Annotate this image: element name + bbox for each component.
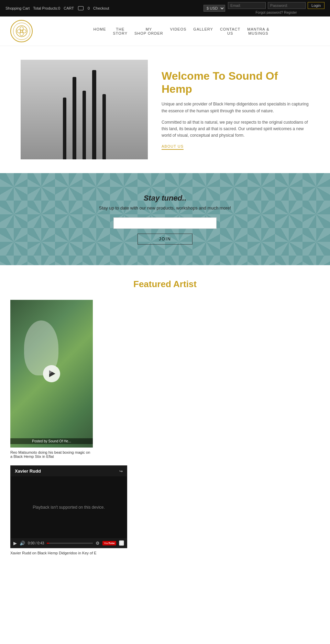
video2-body-text: Playback isn't supported on this device. [33,505,105,510]
video2-player: Xavier Rudd ↪ Playback isn't supported o… [10,465,127,548]
join-button[interactable]: JOIN [138,234,192,245]
nav-videos[interactable]: VIDEOS [170,27,187,35]
nav-gallery-link[interactable]: GALLERY [193,27,213,31]
video1-container: Posted by Sound Of He... Reo Matsumoto d… [10,300,320,459]
nav-the-story[interactable]: THESTORY [113,27,128,35]
hero-section: Welcome To Sound Of Hemp Unique and sole… [0,46,330,173]
stay-tuned-heading: Stay tuned.. [7,194,323,203]
stick-1 [63,98,66,159]
svg-point-5 [21,30,23,32]
cart-count: 0 [88,6,90,10]
nav-mantra-link[interactable]: MANTRA &MUSINGS [247,27,269,35]
svg-point-4 [23,30,26,33]
video2-progress-bar[interactable] [47,543,93,544]
nav-gallery[interactable]: GALLERY [193,27,213,35]
video2-container: Xavier Rudd ↪ Playback isn't supported o… [10,465,320,555]
currency-select[interactable]: $ USD [204,5,225,12]
checkout-link[interactable]: Checkout [93,6,109,10]
stick-2 [73,77,76,159]
hero-content: Welcome To Sound Of Hemp Unique and sole… [162,69,309,150]
cart-icon [78,6,84,10]
video2-settings-button[interactable]: ⚙ [96,541,100,546]
hero-paragraph1: Unique and sole provider of Black Hemp d… [162,101,309,114]
nav-container: HOME THESTORY MYSHOP ORDER VIDEOS GALLER… [0,16,330,46]
password-field[interactable] [268,2,306,9]
video2-volume-button[interactable]: 🔊 [20,541,25,546]
nav-mantra[interactable]: MANTRA &MUSINGS [247,27,269,35]
video2-fullscreen-button[interactable]: ⛶ [119,540,124,546]
nav-home-link[interactable]: HOME [94,27,106,31]
login-button[interactable]: Login [308,2,324,9]
nav-contact-us[interactable]: CONTACTUS [220,27,240,35]
svg-point-1 [20,27,23,30]
video2-header: Xavier Rudd ↪ [11,466,127,476]
video2-title: Xavier Rudd [15,468,41,474]
nav-my-shop-link[interactable]: MYSHOP ORDER [134,27,163,35]
video2-time: 0:00 / 0:43 [28,541,44,545]
logo[interactable] [10,20,33,42]
nav-my-shop[interactable]: MYSHOP ORDER [134,27,163,35]
svg-point-3 [17,30,21,33]
video1-label: Posted by Sound Of He... [10,438,93,444]
hero-paragraph2: Committed to all that is natural, we pay… [162,119,309,139]
auth-area: Login Forgot password? Register [228,2,324,14]
youtube-logo: YouTube [102,541,116,545]
stick-5 [102,94,106,159]
top-bar-left: Shopping Cart Total Products:0 CART 0 Ch… [6,6,109,10]
top-bar-right: $ USD Login Forgot password? Register [204,2,324,14]
nav-links: HOME THESTORY MYSHOP ORDER VIDEOS GALLER… [43,27,320,35]
svg-point-0 [16,26,27,37]
about-us-link[interactable]: ABOUT US [162,144,184,150]
stay-tuned-section: Stay tuned.. Stay up to date with our ne… [0,173,330,265]
video2-caption: Xavier Rudd on Black Hemp Didgeridoo in … [10,551,127,555]
hero-image [21,60,148,159]
sticks-container [21,60,148,159]
svg-point-2 [20,32,23,36]
video2-share-button[interactable]: ↪ [119,469,123,474]
email-field[interactable] [228,2,266,9]
stick-3 [82,91,86,159]
featured-title: Featured Artist [10,279,320,290]
nav-the-story-link[interactable]: THESTORY [113,27,128,35]
stay-tuned-subheading: Stay up to date with our new products, w… [7,205,323,211]
nav-home[interactable]: HOME [94,27,106,35]
video1-caption: Reo Matsumoto doing his beat boxing magi… [10,450,93,459]
shopping-cart-link[interactable]: Shopping Cart [6,6,30,10]
video2-progress-fill [47,543,49,544]
logo-symbol [13,23,30,40]
video2-body: Playback isn't supported on this device. [11,476,127,538]
newsletter-email-input[interactable] [113,217,217,229]
featured-section: Featured Artist Posted by Sound Of He...… [0,265,330,569]
cart-label: CART [64,6,74,10]
hero-title: Welcome To Sound Of Hemp [162,69,309,96]
video2-controls: ▶ 🔊 0:00 / 0:43 ⚙ YouTube ⛶ [11,538,127,548]
forgot-password-link[interactable]: Forgot password? Register [228,11,324,14]
video2-play-button[interactable]: ▶ [13,541,17,546]
stick-4 [92,70,96,159]
video1-player[interactable]: Posted by Sound Of He... [10,300,93,448]
video1-bg [10,300,93,448]
total-products: Total Products:0 [33,6,60,10]
nav-videos-link[interactable]: VIDEOS [170,27,187,31]
top-bar: Shopping Cart Total Products:0 CART 0 Ch… [0,0,330,16]
nav-contact-us-link[interactable]: CONTACTUS [220,27,240,35]
